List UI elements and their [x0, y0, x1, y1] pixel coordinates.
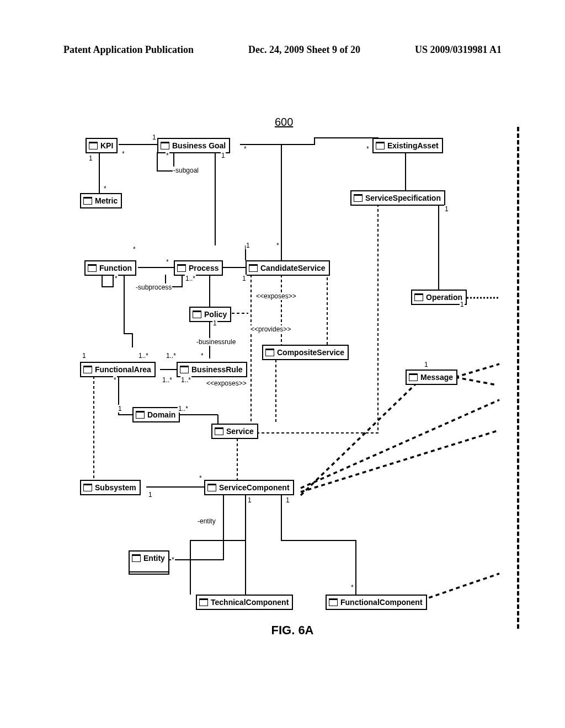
class-business-goal: Business Goal	[157, 138, 230, 153]
mult-one: 1	[424, 361, 429, 368]
mult-one: 1	[444, 205, 449, 213]
class-function: Function	[84, 260, 136, 276]
mult-one-star: 1..*	[138, 352, 149, 360]
class-label: Metric	[95, 196, 118, 205]
mult-star: *	[166, 258, 169, 266]
mult-star: *	[243, 145, 247, 153]
label-provides: <<provides>>	[250, 325, 291, 333]
class-icon	[83, 484, 92, 491]
class-icon	[249, 264, 258, 272]
class-candidate-service: CandidateService	[246, 260, 330, 276]
class-service-specification: ServiceSpecification	[350, 190, 445, 206]
class-message: Message	[406, 370, 457, 385]
class-kpi: KPI	[86, 138, 118, 153]
svg-line-25	[301, 400, 499, 488]
mult-one-star: 1..*	[178, 405, 189, 413]
class-functional-area: FunctionalArea	[80, 362, 156, 377]
page: Patent Application Publication Dec. 24, …	[0, 0, 565, 728]
mult-star: *	[366, 145, 370, 153]
class-icon	[409, 373, 418, 381]
class-icon	[215, 427, 223, 435]
class-icon	[161, 142, 169, 149]
svg-line-23	[455, 377, 497, 385]
class-policy: Policy	[189, 307, 231, 322]
class-icon	[132, 554, 141, 562]
label-subgoal: -subgoal	[173, 167, 199, 174]
mult-one: 1	[148, 491, 153, 499]
mult-star: *	[350, 584, 354, 591]
class-label: ExistingAsset	[387, 141, 439, 150]
label-entity: -entity	[197, 517, 216, 525]
class-label: TechnicalComponent	[211, 598, 289, 607]
mult-star: *	[113, 376, 117, 384]
header-center: Dec. 24, 2009 Sheet 9 of 20	[248, 44, 360, 56]
mult-star: *	[114, 275, 118, 282]
class-existing-asset: ExistingAsset	[372, 138, 443, 153]
figure-caption: FIG. 6A	[271, 623, 313, 638]
mult-one: 1	[152, 133, 157, 141]
mult-one-star: 1..*	[180, 376, 191, 384]
mult-one: 1	[285, 496, 290, 504]
class-label: Business Goal	[172, 141, 226, 150]
class-icon	[329, 598, 338, 606]
uml-diagram: 600	[80, 121, 505, 629]
class-process: Process	[174, 260, 223, 276]
mult-star: *	[276, 242, 280, 249]
svg-line-24	[455, 364, 499, 377]
mult-one: 1	[247, 496, 252, 504]
class-metric: Metric	[80, 193, 122, 208]
class-label: Function	[99, 264, 132, 272]
class-icon	[354, 194, 363, 202]
mult-one: 1	[221, 152, 226, 159]
class-icon	[265, 349, 274, 356]
page-border-right	[517, 127, 519, 629]
figure-number: 600	[275, 116, 293, 129]
svg-line-27	[422, 574, 499, 600]
class-functional-component: FunctionalComponent	[326, 595, 427, 610]
class-service-component: ServiceComponent	[204, 480, 294, 495]
class-technical-component: TechnicalComponent	[196, 595, 293, 610]
class-label: FunctionalComponent	[340, 598, 423, 607]
entity-compartment	[129, 568, 169, 575]
mult-one: 1	[88, 154, 93, 162]
class-label: Operation	[426, 293, 462, 302]
class-subsystem: Subsystem	[80, 480, 141, 495]
page-header: Patent Application Publication Dec. 24, …	[63, 44, 502, 56]
class-business-rule: BusinessRule	[177, 362, 247, 377]
class-label: Domain	[147, 410, 175, 419]
class-label: ServiceSpecification	[365, 194, 441, 202]
class-label: Process	[189, 264, 218, 272]
class-icon	[207, 484, 216, 491]
class-icon	[136, 411, 145, 419]
mult-one-star: 1..*	[162, 376, 173, 384]
label-exposes: <<exposes>>	[255, 292, 297, 300]
class-label: CandidateService	[260, 264, 326, 272]
svg-line-28	[301, 378, 422, 495]
label-businessrule: -businessrule	[196, 338, 236, 346]
class-composite-service: CompositeService	[262, 345, 349, 360]
mult-star: *	[171, 556, 175, 564]
header-left: Patent Application Publication	[63, 44, 194, 56]
mult-star: *	[132, 245, 136, 253]
mult-star: *	[166, 152, 169, 159]
class-icon	[88, 264, 97, 272]
mult-one: 1	[460, 301, 465, 308]
class-label: Subsystem	[95, 483, 136, 492]
label-subprocess: -subprocess	[135, 283, 172, 291]
class-icon	[180, 366, 189, 373]
class-icon	[414, 293, 423, 301]
mult-star: *	[121, 150, 125, 158]
mult-star: *	[103, 185, 107, 192]
mult-one: 1	[246, 242, 250, 249]
mult-one: 1	[82, 352, 87, 360]
mult-star: *	[200, 352, 204, 360]
class-domain: Domain	[132, 407, 180, 422]
mult-one: 1	[242, 275, 247, 282]
class-icon	[199, 598, 208, 606]
class-icon	[89, 142, 98, 149]
class-label: FunctionalArea	[95, 365, 151, 374]
class-icon	[177, 264, 186, 272]
mult-star: *	[199, 474, 202, 482]
class-icon	[376, 142, 385, 149]
mult-one: 1	[118, 405, 122, 413]
